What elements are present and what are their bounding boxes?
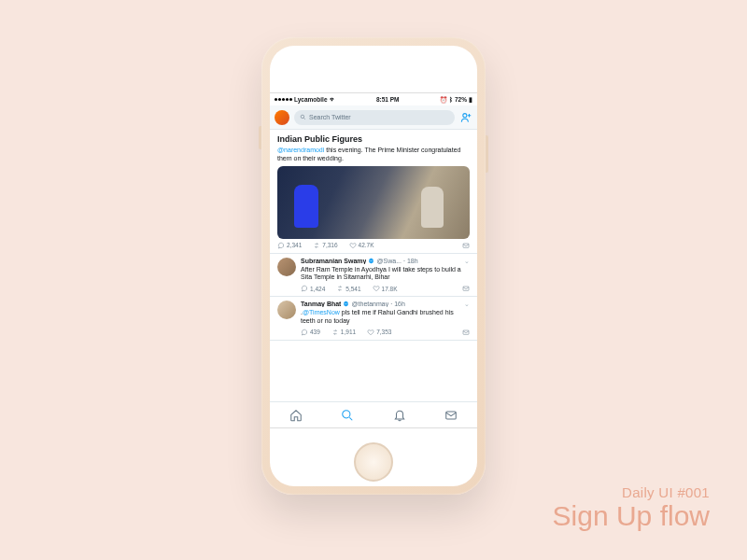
bluetooth-icon: ᛒ (449, 96, 453, 103)
tweet-avatar[interactable] (277, 301, 296, 319)
svg-rect-7 (463, 330, 469, 334)
tweet-item[interactable]: Subramanian Swamy @Swa... · 18h ⌄ After … (270, 254, 477, 298)
tweet-text: .@TimesNow pls tell me if Rahul Gandhi b… (301, 309, 470, 326)
share-icon[interactable] (462, 242, 470, 249)
add-user-icon[interactable] (459, 111, 472, 124)
tweet-text: @narendramodi this evening. The Prime Mi… (277, 147, 470, 163)
reply-button[interactable]: 439 (301, 329, 320, 336)
carrier-label: Lycamobile (294, 96, 328, 103)
app-screen: Lycamobile ᯤ 8:51 PM ⏰ ᛒ 72% ▮ Search Tw… (270, 92, 477, 428)
alarm-icon: ⏰ (440, 96, 447, 104)
canvas-caption: Daily UI #001 Sign Up flow (553, 484, 710, 532)
mention-link[interactable]: @narendramodi (277, 147, 324, 153)
svg-point-0 (301, 115, 304, 119)
svg-point-2 (463, 113, 467, 117)
status-bar: Lycamobile ᯤ 8:51 PM ⏰ ᛒ 72% ▮ (270, 93, 477, 105)
tweet-author[interactable]: Subramanian Swamy (301, 258, 366, 264)
verified-icon (343, 301, 349, 307)
retweet-button[interactable]: 1,911 (331, 329, 356, 336)
nav-search[interactable] (322, 402, 374, 427)
tweet-author[interactable]: Tanmay Bhat (301, 301, 341, 307)
search-placeholder: Search Twitter (309, 114, 351, 120)
svg-line-9 (350, 417, 353, 420)
reply-icon (301, 285, 308, 292)
wifi-icon: ᯤ (330, 96, 336, 103)
retweet-icon (331, 329, 339, 336)
home-icon (289, 409, 303, 422)
heart-icon (367, 329, 374, 336)
heart-icon (373, 285, 380, 292)
nav-notifications[interactable] (374, 402, 426, 427)
reply-icon (301, 329, 308, 336)
svg-rect-6 (463, 287, 469, 290)
signal-icon (275, 98, 292, 101)
tweet-actions: 2,341 7,316 42.7K (277, 242, 470, 249)
nav-home[interactable] (270, 402, 322, 427)
tweet-avatar[interactable] (277, 258, 296, 276)
verified-icon (368, 258, 374, 264)
heart-icon (349, 242, 357, 249)
svg-line-1 (303, 118, 304, 119)
reply-icon (277, 242, 285, 249)
svg-rect-5 (463, 244, 469, 247)
tweet-image[interactable] (277, 166, 470, 239)
section-title: Indian Public Figures (270, 130, 477, 147)
nav-messages[interactable] (426, 402, 478, 427)
retweet-button[interactable]: 7,316 (313, 242, 337, 249)
search-header: Search Twitter (270, 105, 477, 130)
tweet-item[interactable]: @narendramodi this evening. The Prime Mi… (270, 147, 477, 254)
bottom-nav (270, 401, 477, 427)
share-icon[interactable] (462, 329, 470, 336)
mention-link[interactable]: @TimesNow (303, 309, 340, 315)
battery-label: 72% (455, 96, 467, 103)
tweet-time: 18h (407, 258, 418, 264)
phone-frame: Lycamobile ᯤ 8:51 PM ⏰ ᛒ 72% ▮ Search Tw… (261, 37, 486, 495)
feed[interactable]: @narendramodi this evening. The Prime Mi… (270, 147, 477, 341)
reply-button[interactable]: 1,424 (301, 285, 325, 292)
tweet-actions: 1,424 5,541 17.8K (301, 285, 470, 292)
share-icon[interactable] (462, 285, 470, 292)
like-button[interactable]: 17.8K (373, 285, 398, 292)
clock: 8:51 PM (376, 96, 400, 103)
caption-big: Sign Up flow (553, 500, 710, 532)
tweet-time: 16h (394, 301, 405, 307)
like-button[interactable]: 7,353 (367, 329, 391, 336)
profile-avatar[interactable] (275, 110, 289, 125)
like-button[interactable]: 42.7K (349, 242, 374, 249)
svg-point-8 (343, 410, 350, 417)
chevron-down-icon[interactable]: ⌄ (464, 258, 470, 264)
tweet-handle: @Swa... (376, 258, 402, 264)
tweet-actions: 439 1,911 7,353 (301, 329, 470, 336)
home-button[interactable] (354, 442, 393, 482)
search-input[interactable]: Search Twitter (294, 110, 455, 125)
search-icon (300, 114, 306, 120)
tweet-text: After Ram Temple in Ayodhya I will take … (301, 266, 470, 283)
bell-icon (393, 409, 406, 422)
mail-icon (444, 409, 458, 422)
search-icon (341, 409, 354, 422)
retweet-icon (313, 242, 320, 249)
tweet-item[interactable]: Tanmay Bhat @thetanmay · 16h ⌄ .@TimesNo… (270, 297, 477, 341)
tweet-handle: @thetanmay (351, 301, 388, 307)
caption-small: Daily UI #001 (553, 484, 710, 500)
chevron-down-icon[interactable]: ⌄ (464, 301, 470, 307)
reply-button[interactable]: 2,341 (277, 242, 302, 249)
retweet-button[interactable]: 5,541 (336, 285, 360, 292)
retweet-icon (336, 285, 344, 292)
battery-icon: ▮ (469, 96, 472, 104)
